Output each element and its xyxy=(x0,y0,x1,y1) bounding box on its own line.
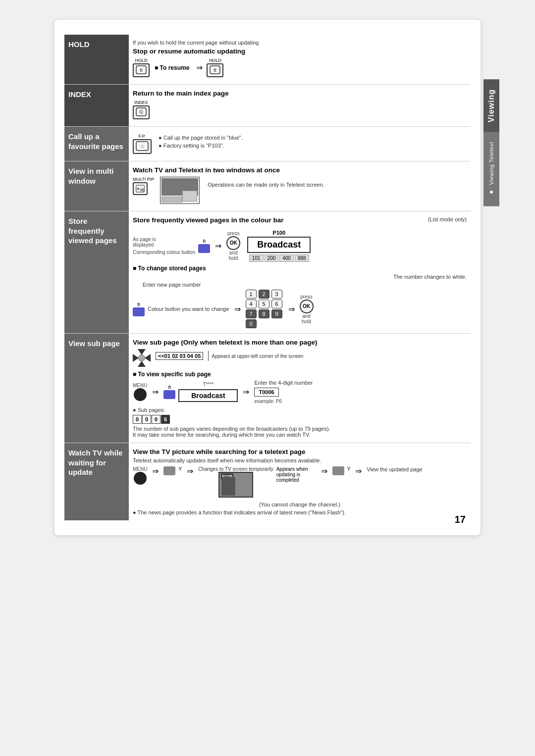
menu-label: MENU xyxy=(133,383,147,388)
key-4: 4 xyxy=(246,300,257,308)
digit-0-2: 0 xyxy=(142,415,151,424)
hold-diagram: HOLD ⏸ ■ To resume ⇒ HOLD ⏸ xyxy=(133,58,467,77)
multiwindow-left-cell: View in multi window xyxy=(64,161,129,211)
favourite-notes: ● Call up the page stored in "blue". ● F… xyxy=(159,135,243,149)
right-tabs: Viewing ● Viewing Teletext xyxy=(483,79,499,206)
index-icon-btn: ① xyxy=(133,105,150,119)
index-key-group: INDEX ① xyxy=(133,100,150,119)
b-btn-change-group: B xyxy=(133,302,145,316)
hold-intro: If you wish to hold the current page wit… xyxy=(133,40,467,46)
subpage-number-line: <<01 02 03 04 05 Appears at upper-left c… xyxy=(156,351,303,361)
number-changes-white: The number changes to white. xyxy=(393,274,467,280)
watchtv-title: View the TV picture while searching for … xyxy=(133,448,467,455)
to-resume-label: ■ To resume xyxy=(155,64,189,71)
b-sub-label: B xyxy=(168,385,171,390)
operations-note: Operations can be made only in Teletext … xyxy=(208,182,324,188)
broadcast-display-group: P100 Broadcast 101 200 400 888 xyxy=(247,230,311,262)
sub-pages-info: The number of sub pages varies depending… xyxy=(133,426,467,438)
fp-key-group: F.P. ☆ xyxy=(133,134,152,154)
watchtv-arrow2: ⇒ xyxy=(187,466,193,476)
b-sub-btn xyxy=(163,390,175,399)
watchtv-arrow4: ⇒ xyxy=(355,466,362,476)
viewsubpage-left-cell: View sub page xyxy=(64,334,129,443)
multiwindow-row: View in multi window Watch TV and Telete… xyxy=(64,161,471,211)
change-diagram: B Colour button you want to change ⇒ 1 2… xyxy=(133,290,467,328)
colour-btn-label: Colour button you want to change xyxy=(148,306,229,312)
favourite-bullet2: ● Factory setting is "P103". xyxy=(159,143,243,149)
subpage-line xyxy=(208,351,209,361)
svg-text:⏸: ⏸ xyxy=(139,67,144,73)
menu-btn xyxy=(134,388,147,401)
multiwindow-preview xyxy=(160,177,200,204)
menu-watchtv-btn xyxy=(134,472,147,485)
and-label: and xyxy=(226,250,240,255)
menu-watchtv-label: MENU xyxy=(133,466,147,472)
view-updated-label: View the updated page xyxy=(367,466,422,472)
favourite-right-cell: F.P. ☆ ● Call up the page stored in "blu… xyxy=(129,127,471,161)
bullet-dot: ● xyxy=(487,188,495,197)
multiwindow-right-cell: Watch TV and Teletext in two windows at … xyxy=(129,161,471,211)
cannot-change-label: (You cannot change the channel.) xyxy=(133,502,467,507)
b-button-group: B xyxy=(198,239,210,253)
ok-btn: OK xyxy=(226,236,240,250)
store-diagram: As page is displayed Corresponding colou… xyxy=(133,230,467,262)
sub-arrow2: ⇒ xyxy=(243,387,249,397)
color-bar: 101 200 400 888 xyxy=(249,254,309,262)
subpage-top-diagram: <<01 02 03 04 05 Appears at upper-left c… xyxy=(133,349,467,367)
viewsubpage-title: View sub page (Only when teletext is mor… xyxy=(133,339,467,346)
svg-text:☆: ☆ xyxy=(140,144,145,149)
hold-label-store: hold xyxy=(226,255,240,261)
key-8: 8 xyxy=(259,309,269,318)
change-arrow2: ⇒ xyxy=(288,304,295,314)
multiwindow-title: Watch TV and Teletext in two windows at … xyxy=(133,166,467,174)
appears-when-group: Appears when updating is completed xyxy=(276,466,316,483)
tv-mockup: P108 xyxy=(218,472,253,498)
key-6: 6 xyxy=(271,300,282,308)
watchtv-row: Watch TV while waiting for update View t… xyxy=(64,443,471,521)
multiwindow-label: View in multi window xyxy=(68,167,113,185)
hold-left-cell: HOLD xyxy=(64,35,129,85)
and-label2: and xyxy=(300,313,314,319)
digit-boxes: 0 0 0 6 xyxy=(133,415,170,424)
watchtv-left-cell: Watch TV while waiting for update xyxy=(64,443,129,521)
color-cell-101: 101 xyxy=(249,254,264,262)
displayed-label: displayed xyxy=(133,242,195,248)
watchtv-arrow3: ⇒ xyxy=(321,466,327,476)
key-5: 5 xyxy=(259,300,269,308)
numpad: 1 2 3 4 5 6 7 8 9 0 xyxy=(246,290,283,328)
enter-new-page: Enter new page number xyxy=(133,282,467,288)
key-1: 1 xyxy=(246,290,257,299)
multipip-icon: ▣ xyxy=(133,182,148,195)
favourite-row: Call up a favourite pages F.P. ☆ ● Call … xyxy=(64,127,471,161)
index-title: Return to the main index page xyxy=(133,90,467,97)
watchtv-label: Watch TV while waiting for update xyxy=(68,449,122,476)
store-right-cell: Store frequently viewed pages in the col… xyxy=(129,211,471,334)
favourite-bullet1: ● Call up the page stored in "blue". xyxy=(159,135,243,141)
y-btn1 xyxy=(163,466,175,475)
digit-0-1: 0 xyxy=(133,415,142,424)
key-2: 2 xyxy=(259,290,269,299)
enter-4digit-group: Enter the 4-digit number T0006 example: … xyxy=(254,380,313,404)
hold-label-above: HOLD xyxy=(133,58,150,63)
favourite-left-cell: Call up a favourite pages xyxy=(64,127,129,161)
menu-btn-group: MENU xyxy=(133,383,147,401)
y-label1: Y xyxy=(178,466,182,472)
hold-label-above2: HOLD xyxy=(207,58,223,63)
fp-icon-btn: ☆ xyxy=(133,139,152,154)
broadcast-box-group: P100 Broadcast 101 200 400 888 xyxy=(247,230,311,262)
favourite-diagram: F.P. ☆ ● Call up the page stored in "blu… xyxy=(133,134,467,154)
sub-arrow1: ⇒ xyxy=(152,387,159,397)
digit-0-3: 0 xyxy=(152,415,160,424)
t-sub-group: T**** Broadcast xyxy=(178,382,238,402)
hold-label: HOLD xyxy=(68,40,90,49)
auto-updates-note: Teletext automatically updates itself wh… xyxy=(133,457,467,463)
appears-note: Appears at upper-left corner of the scre… xyxy=(212,353,303,359)
viewing-tab: Viewing xyxy=(483,79,499,132)
index-label: INDEX xyxy=(68,90,91,99)
color-cell-400: 400 xyxy=(279,254,294,262)
to-view-heading: ■ To view specific sub page xyxy=(133,371,467,378)
b-sub-group: B xyxy=(163,385,175,399)
key-9: 9 xyxy=(271,309,282,318)
store-title: Store frequently viewed pages in the col… xyxy=(133,216,284,224)
multipip-label: MULTI PIP xyxy=(133,177,154,182)
